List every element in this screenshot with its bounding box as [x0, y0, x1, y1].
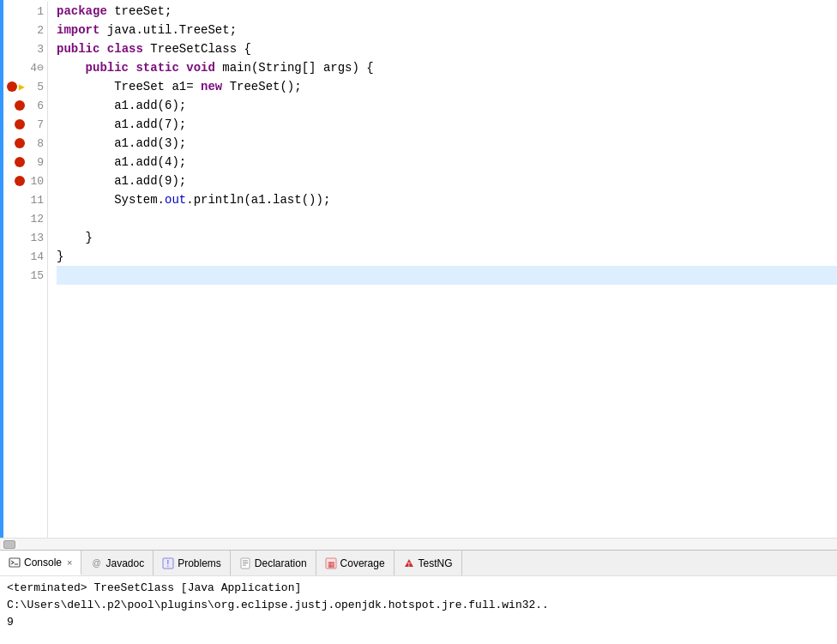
line-number-5: ▶5: [3, 77, 47, 96]
breakpoint-dot: [15, 119, 25, 129]
svg-text:T: T: [406, 561, 411, 567]
code-line-5: TreeSet a1= new TreeSet();: [57, 77, 837, 96]
terminated-line: <terminated> TreeSetClass [Java Applicat…: [7, 580, 830, 614]
code-line-12: [57, 209, 837, 228]
console-close-button[interactable]: ×: [67, 557, 72, 568]
code-lines[interactable]: package treeSet;import java.util.TreeSet…: [48, 2, 837, 538]
javadoc-icon: @: [90, 557, 102, 569]
code-line-7: a1.add(7);: [57, 115, 837, 134]
line-number-3: 3: [3, 39, 47, 58]
line-number-1: 1: [3, 2, 47, 21]
breakpoint-dot: [15, 138, 25, 148]
javadoc-tab-label: Javadoc: [105, 557, 144, 569]
code-line-14: }: [57, 247, 837, 266]
code-line-13: }: [57, 228, 837, 247]
coverage-tab-label: Coverage: [340, 557, 385, 569]
breakpoint-dot: [15, 176, 25, 186]
code-line-6: a1.add(6);: [57, 96, 837, 115]
tab-declaration[interactable]: Declaration: [231, 551, 316, 575]
tab-console[interactable]: Console×: [0, 551, 81, 575]
code-line-9: a1.add(4);: [57, 153, 837, 172]
line-number-15: 15: [3, 266, 47, 285]
editor-area: 1234⊖▶56789101112131415 package treeSet;…: [0, 0, 837, 550]
coverage-icon: ▦: [325, 557, 337, 569]
editor-wrapper: 1234⊖▶56789101112131415 package treeSet;…: [0, 0, 837, 538]
line-numbers: 1234⊖▶56789101112131415: [3, 2, 47, 285]
breakpoint-dot: [7, 81, 17, 92]
problems-icon: !: [162, 557, 174, 569]
line-number-2: 2: [3, 21, 47, 39]
arrow-marker: ▶: [19, 81, 25, 93]
tab-javadoc[interactable]: @Javadoc: [81, 551, 154, 575]
console-tab-label: Console: [24, 557, 62, 569]
line-number-10: 10: [3, 172, 47, 190]
bottom-tabs: Console×@Javadoc!ProblemsDeclaration▦Cov…: [0, 550, 837, 575]
scrollbar-thumb[interactable]: [3, 540, 15, 549]
code-line-2: import java.util.TreeSet;: [57, 21, 837, 39]
code-container: 1234⊖▶56789101112131415 package treeSet;…: [3, 0, 837, 538]
line-number-7: 7: [3, 115, 47, 134]
line-number-9: 9: [3, 153, 47, 172]
svg-text:!: !: [167, 559, 170, 569]
line-number-11: 11: [3, 190, 47, 209]
code-line-11: System.out.println(a1.last());: [57, 190, 837, 209]
code-line-3: public class TreeSetClass {: [57, 39, 837, 58]
problems-tab-label: Problems: [178, 557, 221, 569]
code-line-8: a1.add(3);: [57, 134, 837, 153]
line-number-14: 14: [3, 247, 47, 266]
code-line-4: public static void main(String[] args) {: [57, 58, 837, 77]
breakpoint-dot: [15, 157, 25, 167]
declaration-tab-label: Declaration: [255, 557, 307, 569]
testng-tab-label: TestNG: [418, 557, 453, 569]
editor-scrollbar[interactable]: [0, 538, 837, 550]
console-icon: [9, 557, 21, 569]
declaration-icon: [239, 557, 251, 569]
output-line: 9: [7, 614, 830, 631]
tab-testng[interactable]: TTestNG: [394, 551, 462, 575]
testng-icon: T: [403, 557, 415, 569]
code-line-15: [57, 266, 837, 285]
breakpoint-dot: [15, 100, 25, 111]
line-number-13: 13: [3, 228, 47, 247]
line-number-6: 6: [3, 96, 47, 115]
line-number-4: 4⊖: [3, 58, 47, 77]
console-area: <terminated> TreeSetClass [Java Applicat…: [0, 575, 837, 644]
line-number-8: 8: [3, 134, 47, 153]
tab-problems[interactable]: !Problems: [154, 551, 231, 575]
tab-coverage[interactable]: ▦Coverage: [316, 551, 394, 575]
code-line-10: a1.add(9);: [57, 172, 837, 190]
svg-text:▦: ▦: [327, 560, 334, 569]
line-number-12: 12: [3, 209, 47, 228]
code-line-1: package treeSet;: [57, 2, 837, 21]
